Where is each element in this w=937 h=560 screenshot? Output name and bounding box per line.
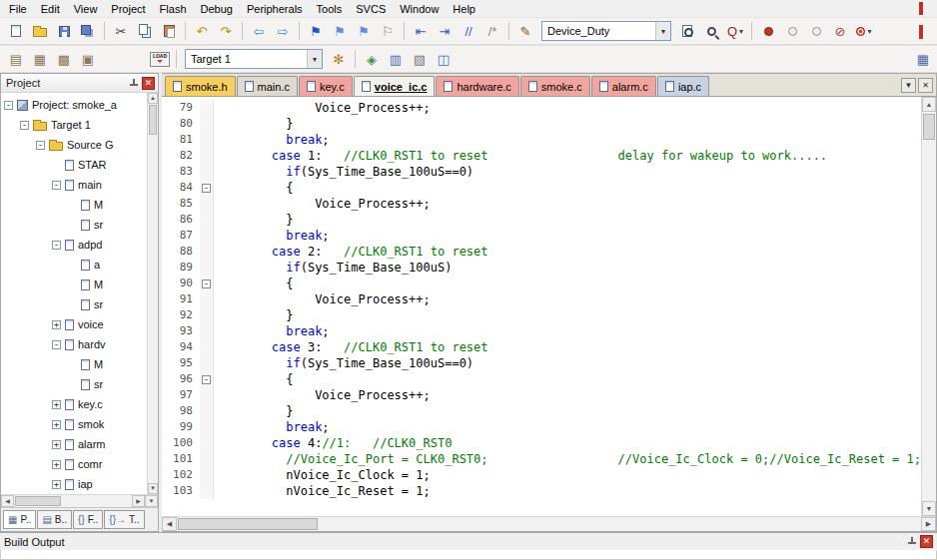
tree-item[interactable]: sr: [1, 215, 147, 235]
menu-item-window[interactable]: Window: [393, 2, 446, 16]
panel-tab-books[interactable]: ▤B..: [37, 510, 72, 529]
scrollbar-track[interactable]: [922, 142, 936, 501]
scrollbar-track[interactable]: [177, 517, 921, 531]
menu-item-peripherals[interactable]: Peripherals: [240, 2, 310, 16]
document-tab-smoke.c[interactable]: smoke.c: [520, 76, 590, 96]
tree-item[interactable]: M: [1, 195, 147, 215]
tree-item[interactable]: -Target 1: [1, 115, 147, 135]
code-line[interactable]: 100 case 4://1: //CLK0_RST0: [162, 435, 921, 451]
code-line[interactable]: 84- {: [162, 180, 921, 196]
tree-item[interactable]: +smok: [1, 414, 147, 434]
tree-item[interactable]: +key.c: [1, 394, 147, 414]
scroll-left-icon[interactable]: ◀: [1, 495, 14, 507]
document-tab-key.c[interactable]: key.c: [299, 76, 353, 96]
boards-icon[interactable]: ▧: [409, 48, 431, 70]
tree-item[interactable]: +alarm: [1, 434, 147, 454]
close-output-icon[interactable]: ✕: [920, 535, 933, 548]
tree-collapse-icon[interactable]: -: [52, 241, 61, 250]
copy-icon[interactable]: [134, 20, 156, 42]
panel-tab-functions[interactable]: {}F..: [73, 510, 103, 529]
tree-item[interactable]: M: [1, 275, 147, 294]
bookmark-prev-icon[interactable]: ⚑: [329, 20, 351, 42]
code-line[interactable]: 91 Voice_Process++;: [162, 291, 921, 307]
menu-item-debug[interactable]: Debug: [194, 2, 240, 16]
scrollbar-thumb[interactable]: [178, 518, 318, 530]
code-line[interactable]: 102 nVoice_Ic_Clock = 1;: [162, 467, 921, 483]
find-in-files-icon[interactable]: [676, 20, 698, 42]
menu-item-flash[interactable]: Flash: [153, 2, 194, 16]
nav-forward-icon[interactable]: ⇨: [272, 20, 294, 42]
code-editor[interactable]: 79 Voice_Process++;80 }81 break;82 case …: [162, 97, 921, 516]
menu-item-project[interactable]: Project: [104, 2, 152, 16]
tree-collapse-icon[interactable]: -: [4, 101, 13, 110]
scrollbar-thumb[interactable]: [149, 105, 157, 135]
code-line[interactable]: 96- {: [162, 371, 921, 387]
code-line[interactable]: 94 case 3: //CLK0_RST1 to reset: [162, 339, 921, 355]
scroll-right-icon[interactable]: ▶: [132, 495, 145, 507]
translate-file-icon[interactable]: ▤: [5, 48, 27, 70]
tree-item[interactable]: sr: [1, 374, 147, 394]
menu-item-tools[interactable]: Tools: [310, 2, 350, 16]
scrollbar-thumb[interactable]: [15, 496, 61, 506]
tree-item[interactable]: +voice: [1, 314, 147, 334]
tree-expand-icon[interactable]: +: [52, 440, 61, 449]
download-to-flash-icon[interactable]: LOAD: [149, 48, 171, 70]
scroll-up-icon[interactable]: ▲: [148, 93, 158, 104]
pin-icon[interactable]: [907, 537, 916, 546]
comment-selection-icon[interactable]: //: [458, 20, 479, 42]
code-line[interactable]: 87 break;: [162, 228, 921, 244]
scrollbar-track[interactable]: [14, 495, 132, 507]
menu-item-help[interactable]: Help: [446, 2, 482, 16]
code-line[interactable]: 83 if(Sys_Time_Base_100uS==0): [162, 164, 921, 180]
tree-item[interactable]: a: [1, 255, 147, 275]
scroll-down-icon[interactable]: ▼: [922, 501, 936, 516]
redo-icon[interactable]: ↷: [215, 20, 237, 42]
code-line[interactable]: 90- {: [162, 276, 921, 291]
tree-collapse-icon[interactable]: -: [52, 340, 61, 349]
panel-tab-project[interactable]: ▦P..: [3, 510, 36, 529]
quick-find-icon[interactable]: Q▾: [724, 20, 746, 42]
options-for-target-icon[interactable]: ✻: [328, 48, 350, 70]
kill-all-breakpoints-icon[interactable]: ⊘: [829, 20, 851, 42]
save-all-icon[interactable]: [77, 20, 99, 42]
code-line[interactable]: 80 }: [162, 116, 921, 132]
document-tab-main.c[interactable]: main.c: [237, 76, 298, 96]
indent-icon[interactable]: ⇥: [434, 20, 456, 42]
new-file-icon[interactable]: [5, 20, 27, 42]
document-tab-voice_ic.c[interactable]: voice_ic.c: [354, 76, 436, 96]
close-document-icon[interactable]: ✕: [918, 78, 933, 93]
code-line[interactable]: 95 if(Sys_Time_Base_100uS==0): [162, 355, 921, 371]
fold-collapse-icon[interactable]: -: [202, 375, 211, 384]
code-line[interactable]: 92 }: [162, 307, 921, 323]
menu-item-file[interactable]: File: [2, 2, 34, 16]
code-line[interactable]: 97 Voice_Process++;: [162, 387, 921, 403]
panel-tab-templates[interactable]: {}→T..: [104, 510, 144, 529]
tree-item[interactable]: M: [1, 354, 147, 374]
tree-item[interactable]: sr: [1, 294, 147, 314]
scroll-down-icon[interactable]: ▼: [148, 483, 158, 494]
paste-icon[interactable]: [158, 20, 180, 42]
tree-item[interactable]: -Source G: [1, 135, 147, 155]
build-icon[interactable]: ▦: [29, 48, 51, 70]
bookmark-toggle-icon[interactable]: ⚑: [305, 20, 327, 42]
tree-item[interactable]: -main: [1, 175, 147, 195]
editor-horizontal-scrollbar[interactable]: ◀ ▶: [162, 516, 936, 531]
uncomment-selection-icon[interactable]: /*: [481, 20, 503, 42]
target-select[interactable]: Target 1▾: [185, 49, 323, 69]
code-line[interactable]: 86 }: [162, 212, 921, 228]
close-panel-icon[interactable]: ✕: [142, 77, 155, 90]
code-line[interactable]: 93 break;: [162, 323, 921, 339]
tree-collapse-icon[interactable]: -: [36, 141, 45, 150]
code-line[interactable]: 81 break;: [162, 132, 921, 148]
tree-item[interactable]: STAR: [1, 155, 147, 175]
tree-horizontal-scrollbar[interactable]: ◀ ▶ ▼: [1, 494, 158, 507]
editor-vertical-scrollbar[interactable]: ▲ ▼: [921, 97, 936, 516]
menu-item-edit[interactable]: Edit: [34, 2, 67, 16]
document-tab-alarm.c[interactable]: alarm.c: [591, 76, 656, 96]
fold-collapse-icon[interactable]: -: [202, 184, 211, 193]
tree-collapse-icon[interactable]: -: [52, 181, 61, 190]
scrollbar-track[interactable]: [148, 136, 158, 483]
tree-vertical-scrollbar[interactable]: ▲ ▼: [147, 93, 158, 494]
code-line[interactable]: 89 if(Sys_Time_Base_100uS): [162, 260, 921, 276]
chevron-down-icon[interactable]: ▾: [307, 50, 322, 68]
